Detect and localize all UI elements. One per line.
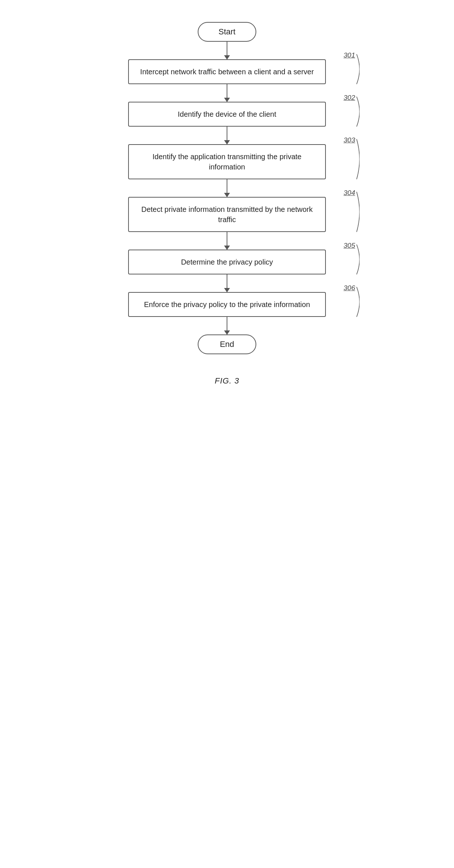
bracket-304 — [349, 192, 360, 232]
step-304-node: Detect private information transmitted b… — [128, 197, 326, 232]
arrow-5 — [227, 232, 227, 250]
arrow-7 — [227, 317, 227, 334]
end-node: End — [198, 334, 256, 354]
step-303-node: Identify the application transmitting th… — [128, 144, 326, 179]
step-306-node: Enforce the privacy policy to the privat… — [128, 292, 326, 317]
step-306-container: Enforce the privacy policy to the privat… — [84, 292, 370, 317]
bracket-305 — [349, 244, 360, 274]
arrow-3 — [227, 127, 227, 144]
step-304-container: Detect private information transmitted b… — [84, 197, 370, 232]
step-302-container: Identify the device of the client 302 — [84, 102, 370, 127]
bracket-306 — [349, 287, 360, 317]
step-305-node: Determine the privacy policy — [128, 250, 326, 274]
figure-label: FIG. 3 — [215, 376, 239, 386]
page-container: Start Intercept network traffic between … — [0, 0, 454, 868]
arrow-1 — [227, 42, 227, 59]
flowchart: Start Intercept network traffic between … — [84, 22, 370, 386]
arrow-6 — [227, 274, 227, 292]
step-303-container: Identify the application transmitting th… — [84, 144, 370, 179]
start-node: Start — [198, 22, 256, 42]
bracket-301 — [349, 54, 360, 84]
step-302-node: Identify the device of the client — [128, 102, 326, 127]
step-301-node: Intercept network traffic between a clie… — [128, 59, 326, 84]
arrow-4 — [227, 179, 227, 197]
arrow-2 — [227, 84, 227, 102]
step-301-container: Intercept network traffic between a clie… — [84, 59, 370, 84]
bracket-303 — [349, 139, 360, 179]
bracket-302 — [349, 97, 360, 127]
step-305-container: Determine the privacy policy 305 — [84, 250, 370, 274]
